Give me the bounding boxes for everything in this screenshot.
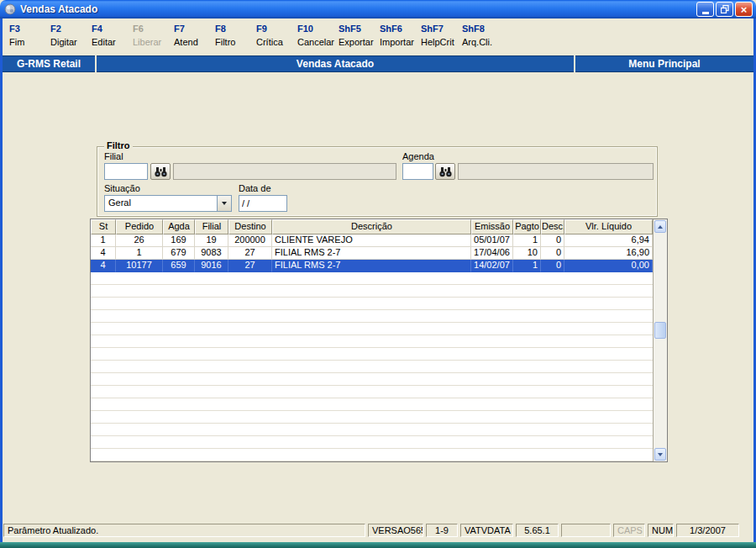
agenda-label: Agenda — [402, 151, 434, 161]
agenda-code-input[interactable] — [402, 163, 433, 180]
toolbar-button-shf8[interactable]: ShF8Arq.Cli. — [462, 21, 502, 55]
toolbar-button-label: Arq.Cli. — [462, 37, 502, 47]
toolbar-button-f4[interactable]: F4Editar — [92, 21, 132, 55]
filter-groupbox: Filtro Filial Agenda — [97, 146, 658, 217]
grid-cell: 1 — [116, 247, 163, 260]
scroll-down-button[interactable] — [654, 448, 666, 461]
situacao-label: Situação — [104, 183, 140, 193]
grid-column-header[interactable]: Vlr. Líquido — [564, 219, 653, 234]
toolbar-button-f8[interactable]: F8Filtro — [215, 21, 255, 55]
grid-cell: 10 — [513, 247, 541, 260]
agenda-description-field — [458, 163, 654, 180]
grid-column-header[interactable]: Emissão — [471, 219, 513, 234]
toolbar-button-label: Cancelar — [297, 37, 338, 47]
toolbar-button-label: Liberar — [133, 37, 173, 47]
grid-column-header[interactable]: Desc. — [541, 219, 564, 234]
toolbar-button-key: ShF7 — [421, 24, 461, 34]
statusbar: Parâmetro Atualizado. VERSAO5651-9VATVDA… — [3, 523, 753, 539]
toolbar-button-label: Digitar — [50, 37, 91, 47]
toolbar-button-f2[interactable]: F2Digitar — [50, 21, 91, 55]
toolbar-button-shf7[interactable]: ShF7HelpCrit — [421, 21, 461, 55]
toolbar-button-f9[interactable]: F9Crítica — [256, 21, 297, 55]
toolbar-button-key: F3 — [9, 24, 50, 34]
situacao-select[interactable]: Geral — [104, 195, 232, 212]
toolbar-button-shf5[interactable]: ShF5Exportar — [339, 21, 379, 55]
grid-cell: 0 — [541, 234, 564, 247]
filial-search-button[interactable] — [150, 163, 171, 180]
grid-column-header[interactable]: Agda — [163, 219, 195, 234]
grid-column-header[interactable]: St — [91, 219, 116, 234]
grid-scrollbar[interactable] — [653, 219, 667, 461]
scroll-up-button[interactable] — [654, 220, 666, 233]
page-title: Vendas Atacado — [97, 55, 574, 72]
data-de-input[interactable] — [239, 195, 287, 212]
toolbar-button-label: Editar — [92, 37, 132, 47]
toolbar-button-key: F2 — [50, 24, 91, 34]
grid-cell: 19 — [195, 234, 228, 247]
grid-column-header[interactable]: Filial — [195, 219, 228, 234]
minimize-button[interactable] — [696, 2, 714, 17]
grid-column-header[interactable]: Pagto — [513, 219, 541, 234]
grid-columns-area: StPedidoAgdaFilialDestinoDescriçãoEmissã… — [91, 219, 653, 461]
grid-cell: 16,90 — [564, 247, 653, 260]
grid-cell: FILIAL RMS 2-7 — [272, 260, 471, 272]
toolbar-button-label: Fim — [9, 37, 50, 47]
grid-column-header[interactable]: Pedido — [116, 219, 163, 234]
toolbar-button-f7[interactable]: F7Atend — [174, 21, 214, 55]
toolbar-button-key: F4 — [92, 24, 132, 34]
window-body: F3FimF2DigitarF4EditarF6LiberarF7AtendF8… — [0, 18, 756, 542]
toolbar-button-key: F9 — [256, 24, 297, 34]
taskbar-sliver — [0, 542, 756, 548]
grid-cell: 679 — [163, 247, 195, 260]
filial-description-field — [173, 163, 396, 180]
scrollbar-thumb[interactable] — [654, 322, 666, 339]
table-row-empty — [91, 373, 653, 386]
status-message: Parâmetro Atualizado. — [3, 524, 365, 537]
close-button[interactable]: × — [735, 2, 753, 17]
table-row-empty — [91, 436, 653, 449]
filter-group-label: Filtro — [104, 140, 133, 150]
titlebar: Vendas Atacado × — [0, 0, 756, 18]
toolbar: F3FimF2DigitarF4EditarF6LiberarF7AtendF8… — [3, 18, 753, 55]
grid-cell: 1 — [513, 260, 541, 272]
header-brand: G-RMS Retail — [3, 55, 95, 72]
toolbar-button-key: F8 — [215, 24, 255, 34]
arrow-down-icon — [658, 453, 663, 456]
grid-cell: 9083 — [195, 247, 228, 260]
restore-button[interactable] — [716, 2, 733, 17]
chevron-down-icon — [222, 202, 227, 205]
grid-cell: 6,94 — [564, 234, 653, 247]
grid-column-header[interactable]: Destino — [228, 219, 272, 234]
menu-principal-button[interactable]: Menu Principal — [575, 55, 753, 72]
grid-column-header[interactable]: Descrição — [272, 219, 471, 234]
table-row[interactable]: 12616919200000CLIENTE VAREJO05/01/07106,… — [91, 234, 653, 247]
grid-cell: 27 — [228, 260, 272, 272]
grid-cell: 4 — [91, 247, 116, 260]
toolbar-button-f3[interactable]: F3Fim — [9, 21, 50, 55]
grid-cell: 4 — [91, 260, 116, 272]
toolbar-button-key: F6 — [133, 24, 173, 34]
grid-cell: 05/01/07 — [471, 234, 513, 247]
situacao-dropdown-button[interactable] — [217, 196, 231, 211]
toolbar-button-f10[interactable]: F10Cancelar — [297, 21, 338, 55]
toolbar-button-key: ShF6 — [380, 24, 420, 34]
table-row[interactable]: 410177659901627FILIAL RMS 2-714/02/07100… — [91, 260, 653, 272]
table-row-empty — [91, 348, 653, 361]
toolbar-button-shf6[interactable]: ShF6Importar — [380, 21, 420, 55]
table-row-empty — [91, 298, 653, 310]
toolbar-button-label: Atend — [174, 37, 214, 47]
agenda-search-button[interactable] — [435, 163, 455, 180]
grid-cell: CLIENTE VAREJO — [272, 234, 471, 247]
arrow-up-icon — [658, 225, 663, 229]
table-row[interactable]: 41679908327FILIAL RMS 2-717/04/0610016,9… — [91, 247, 653, 260]
toolbar-button-label: Exportar — [339, 37, 379, 47]
table-row-empty — [91, 386, 653, 398]
window-controls: × — [696, 2, 753, 17]
window-title: Vendas Atacado — [20, 3, 696, 15]
grid-cell: 659 — [163, 260, 195, 272]
grid-body: 12616919200000CLIENTE VAREJO05/01/07106,… — [91, 234, 653, 461]
client-area: Filtro Filial Agenda — [3, 72, 753, 523]
restore-icon — [721, 5, 729, 13]
toolbar-button-key: ShF8 — [462, 24, 502, 34]
filial-code-input[interactable] — [104, 163, 148, 180]
